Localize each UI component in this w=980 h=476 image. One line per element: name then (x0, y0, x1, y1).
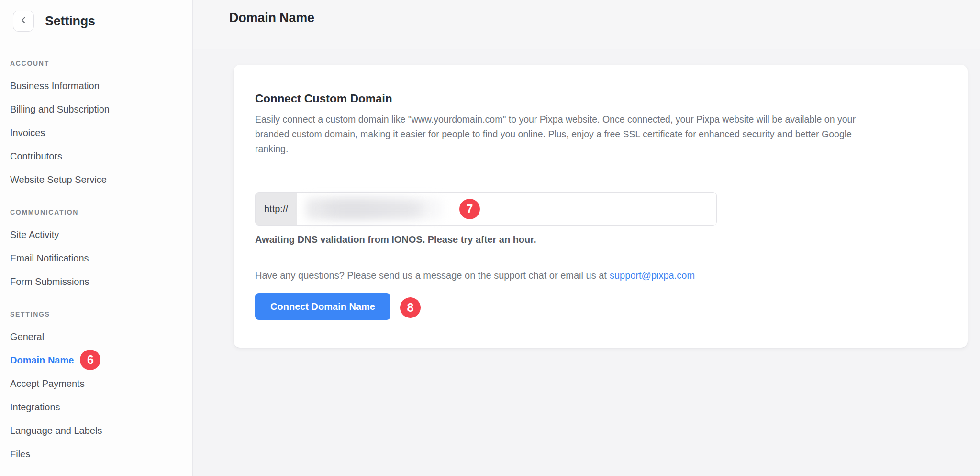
blurred-domain-value-inner (326, 203, 422, 215)
sidebar-item-language-and-labels[interactable]: Language and Labels (10, 419, 192, 442)
support-message-text: Have any questions? Please send us a mes… (255, 270, 607, 281)
support-message: Have any questions? Please send us a mes… (255, 270, 695, 281)
sidebar-title: Settings (45, 14, 95, 29)
card-description: Easily connect a custom domain like "www… (255, 112, 856, 157)
section-label-communication: COMMUNICATION (10, 208, 192, 216)
sidebar-item-accept-payments[interactable]: Accept Payments (10, 372, 192, 395)
sidebar-item-form-submissions[interactable]: Form Submissions (10, 270, 192, 293)
sidebar-item-billing-and-subscription[interactable]: Billing and Subscription (10, 97, 192, 121)
domain-protocol-prefix: http:// (256, 193, 297, 225)
sidebar-item-invoices[interactable]: Invoices (10, 121, 192, 144)
sidebar-item-business-information[interactable]: Business Information (10, 74, 192, 97)
chevron-left-icon (19, 16, 28, 26)
step-badge-6: 6 (80, 350, 100, 370)
sidebar-item-files[interactable]: Files (10, 442, 192, 465)
sidebar-item-general[interactable]: General (10, 325, 192, 348)
step-badge-7: 7 (459, 199, 480, 219)
sidebar-item-website-setup-service[interactable]: Website Setup Service (10, 168, 192, 191)
settings-page: Settings ACCOUNT Business Information Bi… (0, 0, 980, 476)
section-label-settings: SETTINGS (10, 310, 192, 318)
connect-domain-name-button[interactable]: Connect Domain Name (255, 293, 390, 320)
domain-input[interactable]: http:// 7 (255, 192, 717, 226)
sidebar-item-contributors[interactable]: Contributors (10, 144, 192, 168)
page-header: Domain Name (193, 0, 980, 49)
card-title: Connect Custom Domain (255, 92, 392, 105)
sidebar-item-domain-name[interactable]: Domain Name 6 (10, 348, 192, 372)
sidebar-item-email-notifications[interactable]: Email Notifications (10, 246, 192, 270)
support-email-link[interactable]: support@pixpa.com (610, 270, 695, 281)
page-title: Domain Name (229, 11, 980, 25)
sidebar-header: Settings (13, 11, 192, 32)
sidebar-item-site-activity[interactable]: Site Activity (10, 223, 192, 246)
domain-value-field[interactable] (297, 193, 716, 225)
section-label-account: ACCOUNT (10, 59, 192, 67)
back-button[interactable] (13, 11, 34, 32)
sidebar-item-integrations[interactable]: Integrations (10, 395, 192, 419)
connect-custom-domain-card: Connect Custom Domain Easily connect a c… (234, 65, 968, 348)
step-badge-8: 8 (400, 297, 421, 318)
settings-sidebar: Settings ACCOUNT Business Information Bi… (0, 0, 193, 476)
dns-validation-status: Awaiting DNS validation from IONOS. Plea… (255, 234, 536, 245)
